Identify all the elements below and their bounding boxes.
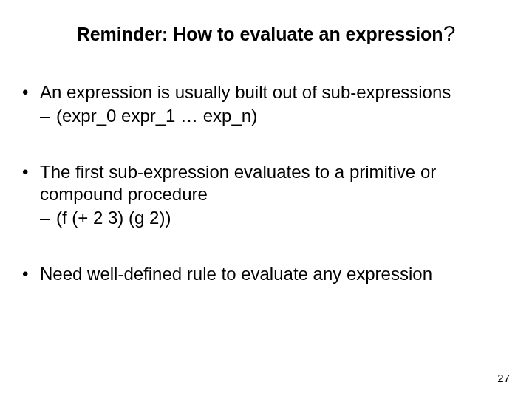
bullet-text: Need well-defined rule to evaluate any e…: [40, 264, 432, 284]
bullet-item: Need well-defined rule to evaluate any e…: [22, 263, 510, 285]
bullet-text: An expression is usually built out of su…: [40, 82, 451, 102]
title-text: Reminder: How to evaluate an expression: [77, 24, 443, 44]
bullet-item: An expression is usually built out of su…: [22, 81, 510, 127]
sub-bullet-text: (f (+ 2 3) (g 2)): [56, 208, 171, 228]
slide-title: Reminder: How to evaluate an expression?: [22, 21, 510, 46]
bullet-text: The first sub-expression evaluates to a …: [40, 162, 436, 204]
sub-bullet: (f (+ 2 3) (g 2)): [40, 207, 510, 229]
page-number: 27: [497, 372, 510, 384]
sub-bullet-text: (expr_0 expr_1 … exp_n): [56, 106, 257, 126]
slide-content: An expression is usually built out of su…: [22, 81, 510, 285]
sub-bullet: (expr_0 expr_1 … exp_n): [40, 105, 510, 127]
title-qmark: ?: [443, 21, 456, 45]
bullet-item: The first sub-expression evaluates to a …: [22, 161, 510, 229]
